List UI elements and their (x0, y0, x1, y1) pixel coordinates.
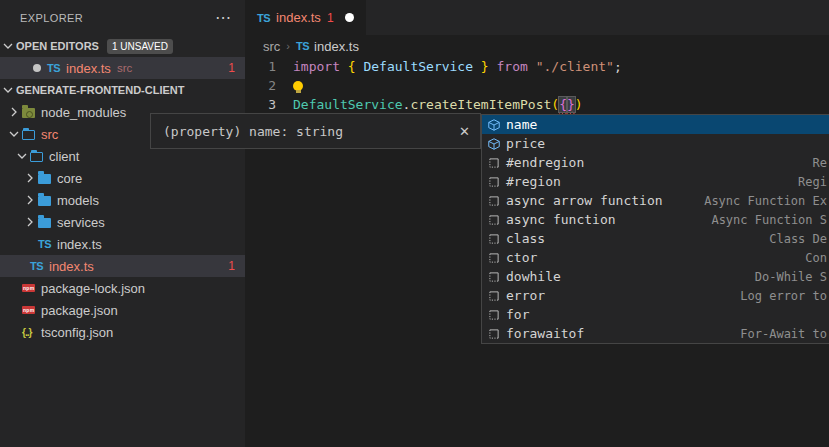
chevron-slot (22, 214, 38, 230)
suggest-item[interactable]: for (482, 305, 829, 324)
tab-bar: TS index.ts 1 (245, 0, 829, 35)
line-number[interactable]: 2 (245, 76, 293, 95)
icon-slot (38, 192, 57, 208)
suggest-item-detail: For-Await to (740, 327, 827, 341)
tree-item[interactable]: {..} tsconfig.json (0, 321, 245, 343)
open-editors-section[interactable]: OPEN EDITORS 1 UNSAVED (0, 35, 245, 57)
suggest-item-label: price (506, 136, 545, 151)
tree-item[interactable]: core (0, 167, 245, 189)
code-token: "./client" (536, 59, 614, 74)
suggest-item[interactable]: #region Regi (482, 172, 829, 191)
suggest-item[interactable]: class Class De (482, 229, 829, 248)
suggest-item-detail: Log error to (740, 289, 827, 303)
explorer-title: EXPLORER (20, 12, 83, 24)
tree-item-label: services (57, 215, 105, 230)
suggest-item[interactable]: error Log error to (482, 286, 829, 305)
tree-item[interactable]: npm package.json (0, 299, 245, 321)
chevron-right-icon[interactable] (22, 192, 38, 208)
suggest-item[interactable]: ctor Con (482, 248, 829, 267)
chevron-down-icon[interactable] (14, 148, 30, 164)
npm-folder-icon (22, 108, 35, 118)
suggest-item[interactable]: name (482, 115, 829, 134)
chevron-slot (6, 126, 22, 142)
tree-item[interactable]: services (0, 211, 245, 233)
workspace-section[interactable]: GENERATE-FRONTEND-CLIENT (0, 79, 245, 101)
suggest-item-label: async function (506, 212, 616, 227)
suggest-item-label: class (506, 231, 545, 246)
folder-icon (38, 218, 51, 228)
code-token (528, 59, 536, 74)
icon-slot (38, 214, 57, 230)
line-content: import { DefaultService } from "./client… (293, 57, 622, 76)
suggest-widget: name price #endregion Re #region Regi as… (481, 114, 829, 344)
ts-file-icon: TS (257, 12, 270, 24)
suggest-item-detail: Class De (769, 232, 827, 246)
code-token: from (497, 59, 528, 74)
code-line[interactable]: 2 (245, 76, 829, 95)
open-editor-item[interactable]: TS index.ts src 1 (0, 57, 245, 79)
code-token: import (293, 59, 348, 74)
close-icon[interactable]: ✕ (459, 124, 470, 139)
line-number[interactable]: 3 (245, 95, 293, 114)
code-token: ; (614, 59, 622, 74)
breadcrumb-folder[interactable]: src (263, 39, 280, 54)
workspace-label: GENERATE-FRONTEND-CLIENT (16, 84, 184, 96)
tree-item-label: index.ts (57, 237, 102, 252)
tab-index-ts[interactable]: TS index.ts 1 (245, 0, 366, 35)
code-editor[interactable]: 1 import { DefaultService } from "./clie… (245, 57, 829, 114)
code-line[interactable]: 1 import { DefaultService } from "./clie… (245, 57, 829, 76)
tree-item[interactable]: TS index.ts 1 (0, 255, 245, 277)
line-number[interactable]: 1 (245, 57, 293, 76)
chevron-down-icon[interactable] (6, 126, 22, 142)
suggest-item-detail: Re (813, 156, 827, 170)
suggest-item-detail: Regi (798, 175, 827, 189)
open-editor-filename: index.ts (66, 61, 111, 76)
breadcrumb-separator-icon: › (286, 40, 290, 52)
snippet-icon (485, 174, 502, 190)
snippet-icon (485, 231, 502, 247)
chevron-right-icon[interactable] (6, 104, 22, 120)
ts-file-icon: TS (296, 40, 309, 52)
suggest-item[interactable]: forawaitof For-Await to (482, 324, 829, 343)
tree-item[interactable]: npm package-lock.json (0, 277, 245, 299)
npm-file-icon: npm (22, 306, 35, 314)
chevron-slot (6, 302, 22, 318)
suggest-item[interactable]: price (482, 134, 829, 153)
tree-item-label: index.ts (49, 259, 94, 274)
snippet-icon (485, 269, 502, 285)
code-token: DefaultService (363, 59, 473, 74)
suggest-item-label: #endregion (506, 155, 584, 170)
ts-file-icon: TS (30, 260, 43, 272)
code-token: DefaultService (293, 97, 403, 112)
tree-item[interactable]: models (0, 189, 245, 211)
chevron-down-icon[interactable] (0, 82, 16, 98)
more-actions-icon[interactable]: ⋯ (215, 13, 231, 23)
chevron-right-icon[interactable] (22, 214, 38, 230)
icon-slot (22, 104, 41, 120)
suggest-item-detail: Async Function S (711, 213, 827, 227)
folder-icon (38, 196, 51, 206)
icon-slot: TS (30, 258, 49, 274)
unsaved-dot-icon[interactable] (345, 13, 354, 22)
tree-item[interactable]: TS index.ts (0, 233, 245, 255)
suggest-item[interactable]: async arrow function Async Function Ex (482, 191, 829, 210)
snippet-icon (485, 193, 502, 209)
line-content (293, 76, 303, 95)
chevron-slot (22, 236, 38, 252)
suggest-item-label: name (506, 117, 537, 132)
suggest-item[interactable]: dowhile Do-While S (482, 267, 829, 286)
chevron-down-icon[interactable] (0, 38, 16, 54)
snippet-icon (485, 288, 502, 304)
open-folder-icon (30, 152, 43, 162)
suggest-details-panel: (property) name: string ✕ (150, 113, 481, 149)
suggest-item[interactable]: async function Async Function S (482, 210, 829, 229)
code-line[interactable]: 3 DefaultService.createItemItemPost({}) (245, 95, 829, 114)
chevron-slot (6, 104, 22, 120)
tree-item-label: node_modules (41, 105, 126, 120)
code-token: ) (575, 97, 583, 112)
chevron-right-icon[interactable] (22, 170, 38, 186)
code-token: } (481, 59, 489, 74)
breadcrumb-file[interactable]: TS index.ts (296, 39, 359, 54)
suggest-item[interactable]: #endregion Re (482, 153, 829, 172)
lightbulb-icon[interactable] (293, 81, 303, 91)
